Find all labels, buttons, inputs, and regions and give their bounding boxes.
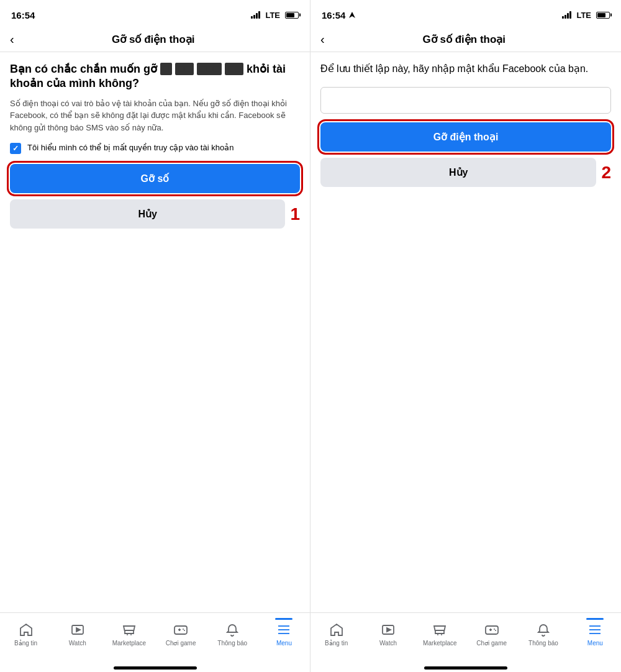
watch-icon-right [380, 622, 396, 638]
tab-bar-left: Bảng tin Watch Marketplace [0, 612, 310, 664]
home-icon-right [329, 622, 345, 638]
bell-icon-right [535, 622, 551, 638]
password-input[interactable] [320, 87, 611, 114]
tab-label-home-right: Bảng tin [325, 640, 348, 647]
tab-bar-right: Bảng tin Watch Marketplace [310, 612, 621, 664]
svg-point-20 [494, 629, 495, 630]
lte-label-left: LTE [265, 11, 280, 20]
status-icons-right: LTE [562, 11, 610, 20]
status-icons-left: LTE [251, 11, 299, 20]
tab-home-right[interactable]: Bảng tin [310, 622, 362, 647]
time-left: 16:54 [11, 10, 35, 20]
tab-watch-right[interactable]: Watch [362, 622, 414, 647]
svg-marker-12 [349, 12, 355, 18]
checkbox-left[interactable]: ✓ [10, 143, 21, 154]
marketplace-icon-left [121, 622, 137, 638]
content-right: Để lưu thiết lập này, hãy nhập mật khẩu … [310, 52, 621, 612]
svg-point-16 [441, 634, 442, 635]
bell-icon-left [224, 622, 240, 638]
svg-point-7 [183, 629, 184, 630]
time-right: 16:54 [322, 10, 345, 20]
nav-bar-left: ‹ Gỡ số điện thoại [0, 27, 310, 52]
tab-label-notify-right: Thông báo [528, 640, 558, 647]
tab-marketplace-right[interactable]: Marketplace [414, 622, 466, 647]
svg-point-15 [437, 634, 438, 635]
home-indicator-right [310, 664, 621, 672]
tab-notify-right[interactable]: Thông báo [517, 622, 569, 647]
cancel-button-left[interactable]: Hủy [10, 199, 285, 229]
signal-icon-left [251, 11, 260, 19]
tab-label-marketplace-right: Marketplace [423, 640, 456, 647]
game-icon-left [173, 622, 189, 638]
status-bar-left: 16:54 LTE [0, 0, 310, 27]
battery-icon-right [596, 12, 610, 19]
menu-icon-left [276, 622, 292, 638]
tab-label-menu-left: Menu [276, 640, 292, 647]
tab-label-menu-right: Menu [587, 640, 603, 647]
tab-label-notify-left: Thông báo [217, 640, 247, 647]
tab-notify-left[interactable]: Thông báo [207, 622, 258, 647]
confirm-title-left: Bạn có chắc chắn muốn gỡ ■ ■■ ■■■ ■■ khỏ… [10, 62, 300, 91]
battery-icon-left [285, 12, 299, 19]
back-button-right[interactable]: ‹ [320, 32, 325, 47]
active-tab-indicator-left [275, 618, 292, 620]
tab-watch-left[interactable]: Watch [52, 622, 103, 647]
nav-title-left: Gỡ số điện thoại [22, 33, 285, 46]
tab-label-game-right: Chơi game [476, 640, 507, 647]
tab-menu-right[interactable]: Menu [569, 622, 621, 647]
lte-label-right: LTE [576, 11, 591, 20]
game-icon-right [484, 622, 500, 638]
marketplace-icon-right [432, 622, 448, 638]
nav-title-right: Gỡ số điện thoại [332, 33, 596, 46]
tab-label-watch-left: Watch [69, 640, 86, 647]
svg-marker-14 [387, 628, 391, 632]
tab-label-home-left: Bảng tin [14, 640, 37, 647]
tab-label-game-left: Chơi game [166, 640, 196, 647]
tab-home-left[interactable]: Bảng tin [0, 622, 52, 647]
tab-marketplace-left[interactable]: Marketplace [103, 622, 155, 647]
active-tab-indicator-right [586, 618, 604, 620]
save-prompt: Để lưu thiết lập này, hãy nhập mật khẩu … [320, 62, 611, 76]
left-screen: 16:54 LTE ‹ Gỡ số điện thoại Bạn có chắc… [0, 0, 310, 672]
tab-game-left[interactable]: Chơi game [155, 622, 207, 647]
svg-point-2 [127, 634, 128, 635]
confirm-desc-left: Số điện thoại có vai trò bảo vệ tài khoả… [10, 98, 300, 134]
remove-phone-button[interactable]: Gỡ điện thoại [320, 122, 611, 152]
home-icon-left [18, 622, 34, 638]
content-left: Bạn có chắc chắn muốn gỡ ■ ■■ ■■■ ■■ khỏ… [0, 52, 310, 612]
cancel-button-right[interactable]: Hủy [320, 158, 596, 187]
signal-icon-right [562, 11, 571, 19]
tab-menu-left[interactable]: Menu [258, 622, 310, 647]
svg-point-3 [130, 634, 132, 635]
svg-point-8 [184, 630, 185, 631]
tab-label-watch-right: Watch [379, 640, 397, 647]
location-icon [348, 11, 356, 19]
svg-point-21 [495, 630, 496, 631]
step-badge-2: 2 [601, 163, 611, 183]
step-badge-1: 1 [290, 204, 300, 224]
home-indicator-left [0, 664, 310, 672]
tab-game-right[interactable]: Chơi game [466, 622, 517, 647]
checkbox-row-left: ✓ Tôi hiểu mình có thể bị mất quyền truy… [10, 142, 300, 154]
menu-icon-right [587, 622, 603, 638]
status-bar-right: 16:54 LTE [310, 0, 621, 27]
nav-bar-right: ‹ Gỡ số điện thoại [310, 27, 621, 52]
watch-icon-left [70, 622, 86, 638]
back-button-left[interactable]: ‹ [10, 32, 14, 47]
remove-number-button[interactable]: Gỡ số [10, 164, 300, 193]
tab-label-marketplace-left: Marketplace [112, 640, 146, 647]
right-screen: 16:54 LTE ‹ Gỡ số điện thoại Để lưu thiế… [310, 0, 621, 672]
checkbox-label-left: Tôi hiểu mình có thể bị mất quyền truy c… [27, 142, 233, 153]
svg-marker-1 [76, 628, 80, 632]
